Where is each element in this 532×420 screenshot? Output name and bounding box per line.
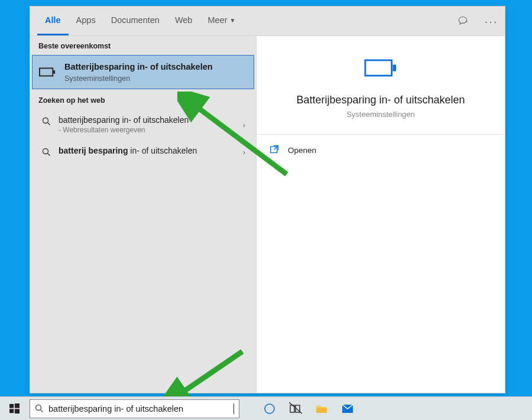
- best-match-title: Batterijbesparing in- of uitschakelen: [64, 61, 213, 73]
- svg-line-18: [41, 410, 43, 412]
- taskbar: [0, 396, 532, 420]
- search-icon: [41, 116, 51, 127]
- tab-all[interactable]: Alle: [37, 6, 69, 35]
- start-button[interactable]: [0, 397, 28, 420]
- svg-rect-16: [14, 409, 19, 414]
- search-input[interactable]: [48, 404, 229, 414]
- search-results-panel: Beste overeenkomst Batterijbesparing in-…: [30, 36, 257, 393]
- tab-web[interactable]: Web: [167, 6, 200, 35]
- svg-rect-14: [14, 403, 19, 408]
- web-search-heading: Zoeken op het web: [30, 90, 256, 109]
- preview-subtitle: Systeeminstellingen: [346, 110, 415, 119]
- svg-rect-15: [9, 409, 14, 413]
- preview-title: Batterijbesparing in- of uitschakelen: [296, 94, 465, 106]
- svg-point-4: [43, 149, 48, 154]
- web-result-2[interactable]: batterij besparing in- of uitschakelen ›: [30, 140, 256, 164]
- battery-icon: [38, 66, 56, 79]
- svg-rect-7: [393, 64, 397, 71]
- open-action[interactable]: Openen: [257, 135, 505, 166]
- search-icon: [41, 147, 51, 158]
- tab-documents[interactable]: Documenten: [103, 6, 167, 35]
- svg-line-3: [47, 123, 50, 125]
- task-view-icon[interactable]: [289, 402, 302, 415]
- web-result-1[interactable]: batterijbesparing in- of uitschakelen - …: [30, 109, 256, 140]
- feedback-icon[interactable]: [456, 15, 469, 28]
- file-explorer-icon[interactable]: [315, 402, 328, 415]
- open-label: Openen: [288, 146, 316, 155]
- svg-point-2: [43, 118, 48, 123]
- taskbar-search-box[interactable]: [30, 399, 239, 418]
- best-match-heading: Beste overeenkomst: [30, 36, 256, 55]
- best-match-subtitle: Systeeminstellingen: [64, 74, 213, 83]
- more-options-icon[interactable]: ···: [485, 15, 498, 28]
- search-icon: [35, 404, 44, 413]
- preview-panel: Batterijbesparing in- of uitschakelen Sy…: [257, 36, 505, 393]
- search-tabs: Alle Apps Documenten Web Meer▼: [37, 6, 243, 35]
- tab-apps[interactable]: Apps: [69, 6, 103, 35]
- battery-icon: [364, 57, 397, 81]
- chevron-down-icon: ▼: [229, 17, 235, 24]
- best-match-result[interactable]: Batterijbesparing in- of uitschakelen Sy…: [32, 55, 254, 89]
- open-icon: [270, 144, 280, 157]
- windows-search-popup: Alle Apps Documenten Web Meer▼ ··· Beste…: [30, 6, 505, 393]
- svg-rect-6: [365, 60, 392, 76]
- search-header: Alle Apps Documenten Web Meer▼ ···: [30, 6, 505, 36]
- cortana-icon[interactable]: [263, 402, 276, 415]
- svg-rect-0: [40, 68, 53, 76]
- chevron-right-icon: ›: [243, 120, 245, 129]
- svg-rect-13: [9, 404, 14, 408]
- chevron-right-icon: ›: [243, 147, 245, 156]
- svg-rect-1: [53, 70, 55, 74]
- svg-point-17: [36, 405, 41, 411]
- text-caret: [233, 403, 234, 414]
- svg-line-5: [47, 154, 50, 156]
- mail-icon[interactable]: [341, 402, 354, 415]
- svg-rect-23: [316, 408, 327, 413]
- tab-more[interactable]: Meer▼: [200, 6, 243, 35]
- svg-point-19: [265, 404, 274, 414]
